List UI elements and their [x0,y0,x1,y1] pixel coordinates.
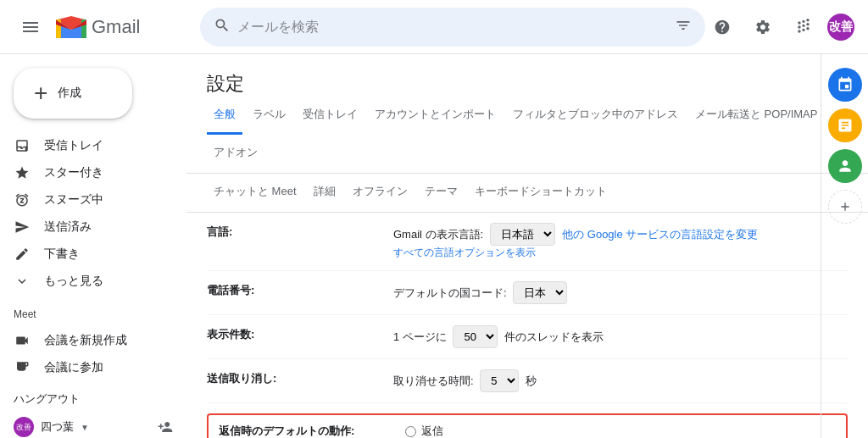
display-count-select[interactable]: 50 [453,325,498,348]
tab-inbox[interactable]: 受信トレイ [296,97,364,135]
undo-send-select[interactable]: 5 [480,369,519,392]
sidebar-inbox-label: 受信トレイ [44,138,159,153]
hangout-dropdown-icon: ▼ [81,423,89,432]
add-app-btn[interactable] [828,190,862,224]
tab-advanced[interactable]: 詳細 [307,174,342,212]
hangout-section-label: ハングアウト [0,385,186,413]
calendar-icon-btn[interactable] [828,68,862,102]
join-meeting-label: 会議に参加 [44,360,159,375]
header: Gmail 改善 [0,0,868,54]
display-count-suffix: 件のスレッドを表示 [504,330,604,343]
sidebar-item-join-meeting[interactable]: 会議に参加 [0,354,173,381]
sidebar-more-label: もっと見る [44,274,159,289]
compose-button[interactable]: + 作成 [14,68,132,119]
tab-accounts[interactable]: アカウントとインポート [368,97,503,135]
language-label: 言語: [207,223,393,240]
settings-icon-btn[interactable] [746,10,780,44]
tab-theme[interactable]: テーマ [418,174,465,212]
tab-labels[interactable]: ラベル [246,97,292,135]
sidebar-item-drafts[interactable]: 下書き [0,241,173,268]
undo-send-prefix: 取り消せる時間: [393,374,474,387]
help-icon-btn[interactable] [705,10,739,44]
undo-send-suffix: 秒 [526,374,537,387]
phone-select[interactable]: 日本 [513,281,567,304]
settings-tabs-row1: 全般 ラベル 受信トレイ アカウントとインポート フィルタとブロック中のアドレス… [186,97,868,174]
tab-filters[interactable]: フィルタとブロック中のアドレス [506,97,685,135]
settings-row-reply-default: 返信時のデフォルトの動作: 詳細を表示 返信 全員に返信 [207,403,848,438]
snooze-icon [14,192,31,208]
search-icon [214,17,231,36]
tab-forwarding[interactable]: メール転送と POP/IMAP [688,97,824,135]
tab-general[interactable]: 全般 [207,97,242,135]
add-contact-icon[interactable] [158,419,173,435]
hangout-user-name: 四つ葉 [41,419,74,435]
sidebar-item-starred[interactable]: スター付き [0,159,173,186]
settings-row-display-count: 表示件数: 1 ページに 50 件のスレッドを表示 [207,315,848,359]
search-filter-icon[interactable] [675,17,692,36]
sidebar-sent-label: 送信済み [44,219,159,235]
undo-send-value: 取り消せる時間: 5 秒 [393,369,848,392]
menu-icon[interactable] [14,10,47,44]
reply-radio-label: 返信 [421,424,443,438]
new-meeting-label: 会議を新規作成 [44,333,159,348]
sidebar-item-more[interactable]: もっと見る [0,268,173,295]
star-icon [14,165,31,180]
sidebar-item-inbox[interactable]: 受信トレイ [0,132,173,159]
tasks-icon-btn[interactable] [828,108,862,142]
sidebar: + 作成 受信トレイ スター付き スヌーズ中 送信済み [0,54,186,438]
undo-send-label: 送信取り消し: [207,369,393,386]
sidebar-item-snoozed[interactable]: スヌーズ中 [0,186,173,213]
send-icon [14,219,31,235]
apps-icon-btn[interactable] [787,10,821,44]
phone-prefix: デフォルトの国コード: [393,286,507,299]
reply-radio[interactable] [405,426,416,437]
search-bar[interactable] [200,8,705,47]
settings-row-phone: 電話番号: デフォルトの国コード: 日本 [207,271,848,315]
phone-value: デフォルトの国コード: 日本 [393,281,848,304]
reply-option-reply[interactable]: 返信 [405,424,836,438]
gmail-text: Gmail [92,16,140,38]
tab-shortcuts[interactable]: キーボードショートカット [468,174,614,212]
tab-addons[interactable]: アドオン [207,135,264,173]
settings-row-undo-send: 送信取り消し: 取り消せる時間: 5 秒 [207,359,848,403]
display-count-value: 1 ページに 50 件のスレッドを表示 [393,325,848,348]
sidebar-snoozed-label: スヌーズ中 [44,192,159,208]
settings-title: 設定 [186,54,868,97]
header-right: 改善 [705,10,854,44]
sidebar-drafts-label: 下書き [44,247,159,262]
language-prefix: Gmail の表示言語: [393,227,483,242]
meet-section-label: Meet [0,302,186,327]
language-google-link[interactable]: 他の Google サービスの言語設定を変更 [562,227,758,242]
inbox-icon [14,138,31,153]
header-left: Gmail [14,10,200,44]
tab-chat[interactable]: チャットと Meet [207,174,303,212]
sidebar-item-new-meeting[interactable]: 会議を新規作成 [0,327,173,354]
contacts-icon-btn[interactable] [828,149,862,183]
phone-label: 電話番号: [207,281,393,298]
draft-icon [14,247,31,262]
hangout-avatar-text: 改善 [16,422,31,433]
compose-label: 作成 [58,86,81,101]
more-icon [14,274,31,289]
layout: + 作成 受信トレイ スター付き スヌーズ中 送信済み [0,54,868,438]
sidebar-starred-label: スター付き [44,165,159,180]
avatar[interactable]: 改善 [827,14,854,41]
reply-default-value: 返信 全員に返信 [405,422,836,438]
settings-rows: 言語: Gmail の表示言語: 日本語 他の Google サービスの言語設定… [186,213,868,438]
language-select[interactable]: 日本語 [490,223,555,246]
language-all-options-link[interactable]: すべての言語オプションを表示 [393,246,848,260]
search-input[interactable] [237,19,675,35]
compose-plus-icon: + [34,81,47,105]
main-content: 設定 全般 ラベル 受信トレイ アカウントとインポート フィルタとブロック中のア… [186,54,868,438]
hangout-avatar: 改善 [14,417,34,437]
hangout-user[interactable]: 改善 四つ葉 ▼ [0,413,186,438]
tab-offline[interactable]: オフライン [346,174,415,212]
new-meeting-icon [14,333,31,348]
join-meeting-icon [14,360,31,375]
sidebar-item-sent[interactable]: 送信済み [0,213,173,241]
settings-row-language: 言語: Gmail の表示言語: 日本語 他の Google サービスの言語設定… [207,213,848,271]
reply-default-label: 返信時のデフォルトの動作: 詳細を表示 [219,422,405,438]
display-count-prefix: 1 ページに [393,330,447,343]
right-panel [821,54,868,438]
display-count-label: 表示件数: [207,325,393,342]
